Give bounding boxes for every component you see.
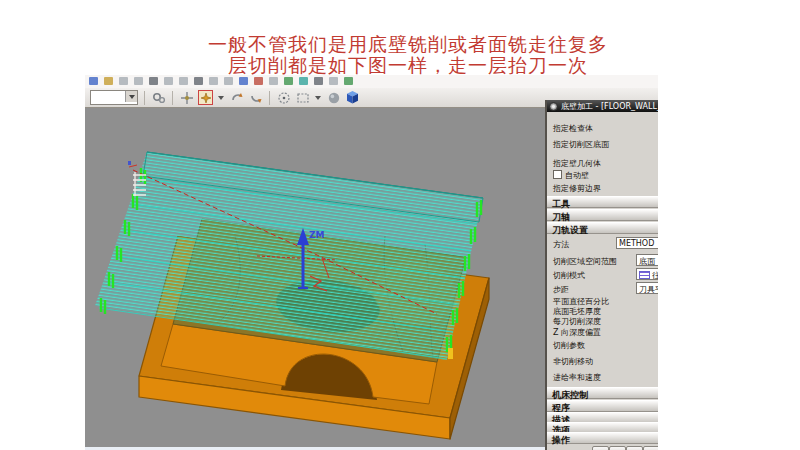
non-cutting-moves-label: 非切削移动 [553, 357, 593, 366]
selection-filter-dropdown[interactable] [90, 90, 138, 105]
param-label-row: 每刀切削深度 [553, 316, 658, 327]
cut-pattern-label: 切削模式 [553, 271, 585, 280]
cropped-tool-icon[interactable] [209, 77, 218, 85]
viewport-3d[interactable]: ZM [85, 108, 545, 447]
section-header-tool-axis[interactable]: 刀轴 [547, 209, 658, 221]
cropped-tool-icon[interactable] [164, 77, 173, 85]
param-label: 每刀切削深度 [553, 317, 601, 326]
cropped-tool-icon[interactable] [89, 77, 98, 85]
geometry-row[interactable]: 指定壁几何体 [553, 158, 658, 169]
zigzag-pattern-icon [639, 271, 650, 279]
section-header-tool[interactable]: 工具 [547, 196, 658, 208]
geometry-row[interactable]: 指定切削区底面 [553, 139, 658, 150]
stepover-dropdown[interactable]: 刀具平直 [636, 282, 658, 294]
param-label: 平面直径百分比 [553, 297, 609, 306]
method-row: 方法 METHOD [553, 239, 658, 250]
rotate-view-icon[interactable] [229, 90, 244, 105]
cutting-parameters-label: 切削参数 [553, 341, 585, 350]
auto-wall-checkbox[interactable] [553, 170, 562, 179]
gear-icon[interactable] [151, 90, 166, 105]
cropped-tool-icon[interactable] [254, 77, 263, 85]
action-button[interactable] [592, 446, 609, 450]
param-label: Z 向深度偏置 [553, 328, 601, 337]
orbit-icon[interactable] [248, 90, 263, 105]
action-button[interactable] [626, 446, 643, 450]
method-dropdown[interactable]: METHOD [616, 237, 658, 249]
non-cutting-moves-button[interactable]: 非切削移动 [553, 356, 658, 367]
cropped-tool-icon[interactable] [299, 77, 308, 85]
cut-region-row: 切削区域空间范围 底面 [553, 256, 658, 267]
point-tool-icon[interactable] [198, 90, 213, 105]
section-header-path-settings[interactable]: 刀轨设置 [547, 222, 658, 234]
cut-region-label: 切削区域空间范围 [553, 257, 617, 266]
section-header-actions[interactable]: 操作 [547, 432, 658, 444]
floor-wall-dialog: 底壁加工 - [FLOOR_WALL_CO 指定检查体 指定切削区底面 指定壁几… [545, 100, 658, 450]
cut-pattern-dropdown[interactable]: 往复 [636, 268, 658, 280]
toolbar-separator [172, 91, 173, 105]
geometry-row-label: 指定切削区底面 [553, 140, 609, 149]
cropped-tool-icon[interactable] [224, 77, 233, 85]
cropped-tool-icon[interactable] [119, 77, 128, 85]
geometry-row[interactable]: 指定修剪边界 [553, 183, 658, 194]
cropped-tool-icon[interactable] [269, 77, 278, 85]
cropped-tool-icon[interactable] [104, 77, 113, 85]
circle-center-icon[interactable] [276, 90, 291, 105]
cropped-tool-icon[interactable] [329, 77, 338, 85]
viewport-scene: ZM [85, 108, 545, 447]
cut-region-dropdown[interactable]: 底面 [636, 254, 658, 266]
snap-point-icon[interactable] [179, 90, 194, 105]
dialog-icon [549, 102, 558, 111]
cam-application-window: ZM 底壁加工 - [FLOOR_WALL_CO 指定检查体 指定切削区底面 指… [85, 75, 658, 450]
zm-axis-label: ZM [309, 230, 325, 240]
cropped-tool-icon[interactable] [194, 77, 203, 85]
cube-icon[interactable] [345, 90, 360, 105]
geometry-row-label: 指定检查体 [553, 124, 593, 133]
geometry-row[interactable]: 指定检查体 [553, 123, 658, 134]
upper-toolbar-strip [85, 75, 658, 88]
level-marker [448, 348, 453, 359]
stepover-row: 步距 刀具平直 [553, 284, 658, 295]
cropped-tool-icon[interactable] [134, 77, 143, 85]
feeds-speeds-label: 进给率和速度 [553, 373, 601, 382]
cropped-tool-icon[interactable] [239, 77, 248, 85]
auto-wall-row: 自动壁 [553, 170, 658, 181]
action-button[interactable] [643, 446, 658, 450]
param-label-row: Z 向深度偏置 [553, 327, 658, 338]
method-label: 方法 [553, 240, 569, 249]
sphere-icon[interactable] [326, 90, 341, 105]
auto-wall-label: 自动壁 [565, 171, 589, 180]
param-label: 底面毛坯厚度 [553, 307, 601, 316]
toolbar-separator [144, 91, 145, 105]
cropped-tool-icon[interactable] [314, 77, 323, 85]
cropped-tool-icon[interactable] [179, 77, 188, 85]
toolbar-separator [269, 91, 270, 105]
dropdown-arrow-icon [125, 91, 137, 102]
cut-pattern-value: 往复 [652, 271, 658, 280]
section-header-machine-control[interactable]: 机床控制 [547, 387, 658, 399]
feeds-speeds-button[interactable]: 进给率和速度 [553, 372, 658, 383]
annotation-line-2: 层切削都是如下图一样，走一层抬刀一次 [0, 55, 800, 76]
geometry-row-label: 指定壁几何体 [553, 159, 601, 168]
stepover-label: 步距 [553, 285, 569, 294]
dropdown-arrow-icon[interactable] [218, 96, 224, 100]
geometry-row-label: 指定修剪边界 [553, 184, 601, 193]
cutting-parameters-button[interactable]: 切削参数 [553, 340, 658, 351]
action-button[interactable] [609, 446, 626, 450]
cut-pattern-row: 切削模式 往复 [553, 270, 658, 281]
selection-rect-icon[interactable] [295, 90, 310, 105]
dialog-title: 底壁加工 - [FLOOR_WALL_CO [561, 101, 658, 112]
annotation-text: 一般不管我们是用底壁铣削或者面铣走往复多 层切削都是如下图一样，走一层抬刀一次 [0, 34, 800, 76]
dropdown-arrow-icon[interactable] [315, 96, 321, 100]
cropped-tool-icon[interactable] [344, 77, 353, 85]
cropped-tool-icon[interactable] [149, 77, 158, 85]
annotation-line-1: 一般不管我们是用底壁铣削或者面铣走往复多 [0, 34, 800, 55]
section-header-program[interactable]: 程序 [547, 400, 658, 412]
dialog-title-bar[interactable]: 底壁加工 - [FLOOR_WALL_CO [547, 100, 658, 112]
cropped-tool-icon[interactable] [284, 77, 293, 85]
